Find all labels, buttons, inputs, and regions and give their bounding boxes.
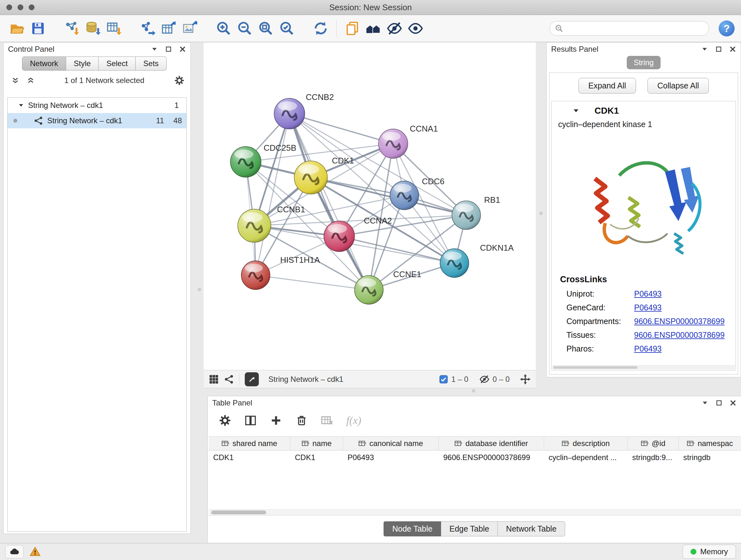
crosslinks-title: CrossLinks <box>552 270 736 287</box>
warning-icon[interactable] <box>29 546 41 557</box>
network-collection-row[interactable]: String Network – cdk1 1 <box>8 98 186 113</box>
window-close-button[interactable] <box>6 4 12 10</box>
export-table-button[interactable] <box>158 18 179 39</box>
network-status-dot <box>13 119 17 123</box>
open-session-button[interactable] <box>6 18 27 39</box>
zoom-in-button[interactable] <box>213 18 234 39</box>
compartments-link[interactable]: 9606.ENSP00000378699 <box>634 317 725 326</box>
bottom-splitter-handle[interactable] <box>472 389 475 392</box>
network-canvas[interactable]: CCNB2CCNA1CDC25BCDK1CDC6RB1CCNB1CCNA2CDK… <box>204 43 536 370</box>
import-table-button[interactable] <box>104 18 125 39</box>
collection-expander-icon[interactable] <box>18 102 24 109</box>
column-header-name[interactable]: name <box>290 437 343 450</box>
window-minimize-button[interactable] <box>17 4 23 10</box>
hidden-eye-slash-icon[interactable] <box>479 374 489 384</box>
export-image-button[interactable] <box>179 18 200 39</box>
results-panel-menu-icon[interactable] <box>701 46 708 53</box>
string-results-container: Expand All Collapse All CDK1 cyclin–depe… <box>549 72 738 374</box>
show-columns-icon[interactable] <box>244 414 257 427</box>
node-count: 11 <box>150 116 164 125</box>
table-panel-menu-icon[interactable] <box>701 399 709 407</box>
column-header-id[interactable]: @id <box>628 437 679 450</box>
add-column-icon[interactable] <box>270 414 282 427</box>
table-horizontal-scrollbar[interactable] <box>209 509 741 515</box>
column-header-description[interactable]: description <box>544 437 628 450</box>
string-tab-badge[interactable]: String <box>627 56 661 69</box>
memory-button[interactable]: Memory <box>683 545 736 559</box>
function-builder-icon: f(x) <box>346 415 361 427</box>
control-panel-float-button[interactable] <box>165 46 172 53</box>
zoom-fit-button[interactable] <box>255 18 276 39</box>
column-header-namespace[interactable]: namespac <box>679 437 741 450</box>
uniprot-link[interactable]: P06493 <box>634 289 662 299</box>
clone-network-button[interactable] <box>137 18 158 39</box>
tab-sets[interactable]: Sets <box>136 57 166 71</box>
protein-structure-image <box>574 133 714 270</box>
window-title: Session: New Session <box>0 0 741 15</box>
network-selection-count: 1 of 1 Network selected <box>42 76 167 85</box>
zoom-selected-button[interactable] <box>276 18 297 39</box>
results-horizontal-scrollbar[interactable] <box>552 365 735 369</box>
table-panel-close-button[interactable] <box>730 399 737 407</box>
hide-graphics-details-button[interactable] <box>384 18 405 39</box>
save-session-button[interactable] <box>27 18 49 39</box>
collapse-tree-icon[interactable] <box>11 76 19 84</box>
right-splitter-handle[interactable] <box>539 212 542 215</box>
genecard-link[interactable]: P06493 <box>634 303 662 312</box>
network-view-bar: String Network – cdk1 1 – 0 0 – 0 <box>204 370 536 388</box>
column-header-database-identifier[interactable]: database identifier <box>439 437 544 450</box>
search-input[interactable] <box>566 23 704 33</box>
application-window: Session: New Session <box>0 0 741 560</box>
import-network-database-button[interactable] <box>82 18 104 39</box>
tab-select[interactable]: Select <box>98 57 136 71</box>
delete-column-icon[interactable] <box>295 414 308 427</box>
gene-section-expander-icon[interactable] <box>572 107 580 115</box>
crosslink-row: Pharos: P06493 <box>552 342 736 356</box>
search-box[interactable] <box>549 21 709 36</box>
network-overview-icon[interactable] <box>224 374 234 384</box>
detach-view-button[interactable] <box>245 372 259 386</box>
tab-network[interactable]: Network <box>22 57 66 71</box>
cloud-button[interactable] <box>5 545 23 558</box>
table-row[interactable]: CDK1 CDK1 P06493 9606.ENSP00000378699 cy… <box>209 450 741 464</box>
control-panel-menu-icon[interactable] <box>151 46 158 53</box>
crosslink-row: Tissues: 9606.ENSP00000378699 <box>552 328 736 342</box>
copy-documents-button[interactable] <box>342 18 363 39</box>
column-header-canonical-name[interactable]: canonical name <box>343 437 439 450</box>
left-splitter-handle[interactable] <box>198 288 201 291</box>
column-header-shared-name[interactable]: shared name <box>209 437 290 450</box>
control-panel-close-button[interactable] <box>179 46 186 53</box>
network-tree: String Network – cdk1 1 String Network –… <box>7 98 187 532</box>
table-settings-gear-icon[interactable] <box>219 414 231 427</box>
import-network-file-button[interactable] <box>61 18 82 39</box>
expand-tree-icon[interactable] <box>26 76 35 84</box>
pan-move-icon[interactable] <box>520 374 531 385</box>
tab-node-table[interactable]: Node Table <box>384 521 441 537</box>
tab-network-table[interactable]: Network Table <box>498 521 565 537</box>
results-panel-close-button[interactable] <box>729 46 736 53</box>
refresh-button[interactable] <box>310 18 331 39</box>
node-label-HIST1H1A: HIST1H1A <box>280 255 320 265</box>
scrollbar-thumb[interactable] <box>211 510 266 514</box>
results-panel-float-button[interactable] <box>715 46 722 53</box>
status-bar: Memory <box>0 543 741 560</box>
node-label-CDC25B: CDC25B <box>264 143 296 152</box>
window-zoom-button[interactable] <box>29 4 35 10</box>
help-button[interactable]: ? <box>719 20 735 37</box>
expand-all-button[interactable]: Expand All <box>579 78 636 94</box>
tab-edge-table[interactable]: Edge Table <box>441 521 498 537</box>
network-row[interactable]: String Network – cdk1 11 48 <box>8 113 186 128</box>
selected-checkbox-icon[interactable] <box>439 375 448 384</box>
network-options-gear-icon[interactable] <box>174 75 185 86</box>
control-panel: Control Panel Network Style Select Sets … <box>3 42 191 534</box>
table-panel-float-button[interactable] <box>716 399 723 407</box>
zoom-out-button[interactable] <box>234 18 255 39</box>
pharos-link[interactable]: P06493 <box>634 344 662 354</box>
show-graphics-details-button[interactable] <box>405 18 426 39</box>
double-house-button[interactable] <box>363 18 384 39</box>
edge-count: 48 <box>168 116 182 125</box>
grid-view-icon[interactable] <box>209 374 219 384</box>
tissues-link[interactable]: 9606.ENSP00000378699 <box>634 330 725 340</box>
tab-style[interactable]: Style <box>66 57 98 71</box>
collapse-all-button[interactable]: Collapse All <box>648 78 709 94</box>
